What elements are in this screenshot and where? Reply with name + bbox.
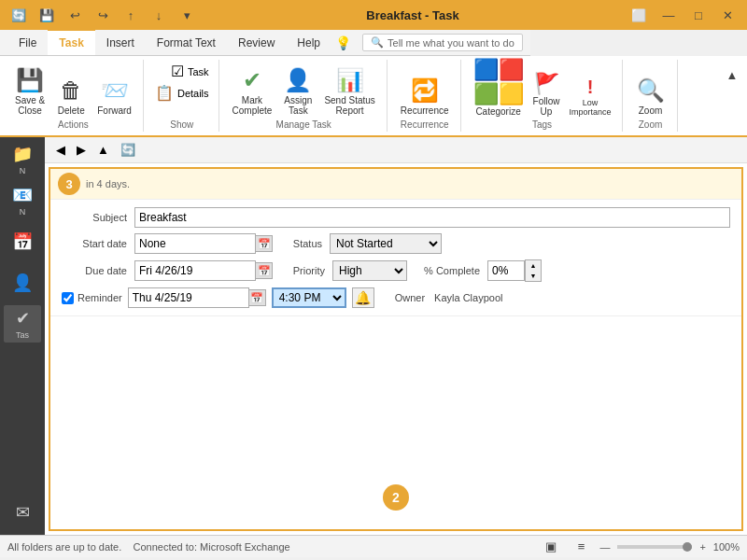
- priority-label: Priority: [280, 265, 325, 276]
- sidebar-item-people[interactable]: 👤: [4, 264, 41, 301]
- due-date-cal-icon[interactable]: 📅: [256, 262, 273, 279]
- mark-complete-button[interactable]: ✔ MarkComplete: [229, 62, 276, 118]
- up-nav-btn[interactable]: ▲: [93, 141, 113, 159]
- save-quick-btn[interactable]: 💾: [35, 4, 58, 26]
- nav-bar: ◀ ▶ ▲ 🔄: [45, 137, 747, 163]
- show-details-item[interactable]: 📋 Details: [153, 83, 211, 103]
- tags-group-label: Tags: [471, 119, 614, 130]
- close-btn[interactable]: ✕: [717, 4, 740, 26]
- forward-button[interactable]: 📨 Forward: [93, 62, 135, 118]
- status-label: Status: [280, 238, 322, 249]
- maximize-btn[interactable]: □: [687, 4, 710, 26]
- ribbon-group-actions: 💾 Save &Close 🗑 Delete 📨 Forward Actions: [4, 60, 144, 132]
- forward-icon: 📨: [101, 77, 129, 104]
- percent-complete-label: % Complete: [415, 265, 480, 276]
- follow-up-button[interactable]: 🚩 FollowUp: [530, 62, 563, 118]
- reminder-bell-button[interactable]: 🔔: [352, 287, 374, 308]
- subject-input[interactable]: [134, 207, 730, 228]
- tasks-icon: ✔: [16, 308, 30, 329]
- restore-ribbon-btn[interactable]: ⬜: [627, 4, 650, 26]
- reminder-label[interactable]: Reminder: [78, 292, 122, 303]
- subject-label: Subject: [62, 212, 127, 223]
- sidebar-item-tasks[interactable]: ✔ Tas: [4, 305, 41, 343]
- tab-help[interactable]: Help: [286, 30, 331, 55]
- send-status-icon: 📊: [336, 67, 364, 93]
- sidebar-item-mail[interactable]: 📧 N: [4, 182, 41, 219]
- zoom-button[interactable]: 🔍 Zoom: [632, 62, 669, 118]
- status-select[interactable]: Not Started In Progress Completed Waitin…: [330, 233, 442, 254]
- tags-content: 🟦🟥🟩🟨 Categorize 🚩 FollowUp ! LowImportan…: [471, 62, 614, 118]
- file-icon: 📁: [12, 144, 33, 164]
- view-btn-1[interactable]: ▣: [540, 536, 562, 558]
- recurrence-icon: 🔁: [411, 77, 439, 104]
- badge-2[interactable]: 2: [383, 484, 409, 511]
- send-status-label: Send StatusReport: [324, 95, 374, 116]
- ribbon-group-zoom: 🔍 Zoom Zoom: [625, 60, 678, 132]
- ribbon-collapse: ▲: [717, 60, 747, 132]
- sync-nav-btn[interactable]: 🔄: [117, 141, 139, 159]
- recurrence-button[interactable]: 🔁 Recurrence: [397, 62, 453, 118]
- back-nav-btn[interactable]: ◀: [52, 141, 69, 159]
- start-date-cal-icon[interactable]: 📅: [256, 235, 273, 252]
- tab-file[interactable]: File: [7, 30, 48, 55]
- title-bar: 🔄 💾 ↩ ↪ ↑ ↓ ▾ Breakfast - Task ⬜ — □ ✕: [0, 0, 747, 30]
- reminder-checkbox[interactable]: [62, 292, 74, 304]
- minimize-btn[interactable]: —: [657, 4, 680, 26]
- send-status-button[interactable]: 📊 Send StatusReport: [320, 62, 378, 118]
- down-btn[interactable]: ↓: [148, 4, 170, 26]
- start-date-input[interactable]: [134, 233, 256, 254]
- zoom-content: 🔍 Zoom: [632, 62, 669, 118]
- importance-label: LowImportance: [569, 98, 611, 117]
- due-date-label: Due date: [62, 265, 127, 276]
- badge-3[interactable]: 3: [58, 173, 80, 195]
- app-icon[interactable]: 🔄: [7, 4, 30, 26]
- assign-task-label: AssignTask: [284, 95, 312, 116]
- zoom-slider[interactable]: [617, 545, 692, 549]
- sidebar-file-label: N: [20, 166, 26, 175]
- collapse-ribbon-btn[interactable]: ▲: [721, 63, 743, 86]
- sidebar-item-calendar[interactable]: 📅: [4, 223, 41, 260]
- main-content: ◀ ▶ ▲ 🔄 3 in 4 days. Subject Start d: [45, 137, 747, 535]
- save-close-button[interactable]: 💾 Save &Close: [11, 62, 49, 118]
- tab-format-text[interactable]: Format Text: [146, 30, 227, 55]
- view-btn-2[interactable]: ≡: [570, 536, 592, 558]
- percent-complete-input[interactable]: [487, 260, 525, 281]
- percent-spin-down[interactable]: ▼: [526, 271, 541, 281]
- percent-complete-field: ▲ ▼: [487, 259, 542, 282]
- sidebar-item-mail2[interactable]: ✉: [4, 494, 41, 531]
- lightbulb-icon: 💡: [331, 35, 355, 50]
- show-task-item[interactable]: ☑ Task: [169, 62, 211, 81]
- tab-task[interactable]: Task: [48, 29, 94, 55]
- undo-btn[interactable]: ↩: [63, 4, 86, 26]
- percent-spin-group: ▲ ▼: [525, 259, 542, 282]
- main-area: 📁 N 📧 N 📅 👤 ✔ Tas ✉ ◀ ▶ ▲ 🔄: [0, 137, 747, 535]
- task-check-icon: ☑: [171, 63, 184, 80]
- delete-icon: 🗑: [60, 77, 82, 104]
- categorize-button[interactable]: 🟦🟥🟩🟨 Categorize: [471, 62, 527, 118]
- redo-btn[interactable]: ↪: [92, 4, 114, 26]
- zoom-icon: 🔍: [637, 77, 665, 104]
- zoom-thumb: [683, 542, 692, 552]
- mail-icon: 📧: [12, 185, 33, 205]
- sidebar-item-file[interactable]: 📁 N: [4, 141, 41, 178]
- tell-me-input[interactable]: 🔍 Tell me what you want to do: [362, 34, 523, 51]
- status-left: All folders are up to date. Connected to…: [7, 541, 290, 553]
- reminder-time-select[interactable]: 4:30 PM 8:00 AM 12:00 PM: [272, 287, 346, 308]
- due-date-input[interactable]: [134, 260, 256, 281]
- up-btn[interactable]: ↑: [120, 4, 142, 26]
- priority-select[interactable]: Low Normal High: [332, 260, 407, 281]
- tab-insert[interactable]: Insert: [95, 30, 146, 55]
- assign-task-button[interactable]: 👤 AssignTask: [279, 62, 317, 118]
- importance-button[interactable]: ! LowImportance: [566, 62, 613, 118]
- tab-review[interactable]: Review: [227, 30, 286, 55]
- task-body-area[interactable]: 2: [50, 315, 741, 529]
- forward-nav-btn[interactable]: ▶: [73, 141, 90, 159]
- recurrence-group-label: Recurrence: [397, 119, 453, 130]
- ribbon-tabs-container: File Task Insert Format Text Review Help…: [0, 30, 747, 56]
- reminder-date-cal-icon[interactable]: 📅: [249, 289, 266, 306]
- reminder-date-input[interactable]: [128, 287, 249, 308]
- delete-label: Delete: [58, 105, 85, 116]
- more-btn[interactable]: ▾: [176, 4, 198, 26]
- delete-button[interactable]: 🗑 Delete: [52, 62, 90, 118]
- percent-spin-up[interactable]: ▲: [526, 260, 541, 271]
